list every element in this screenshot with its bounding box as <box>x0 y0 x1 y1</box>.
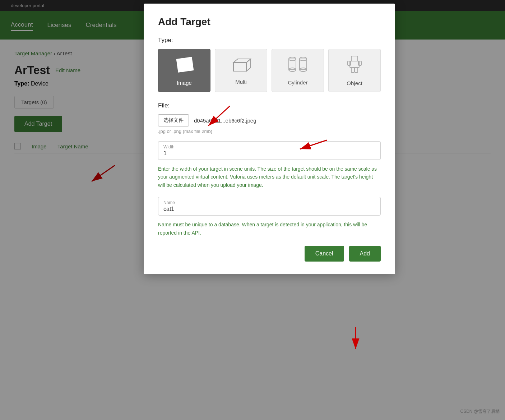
file-section-label: File: <box>158 102 381 109</box>
cylinder-type-icon <box>287 55 309 77</box>
type-section-label: Type: <box>158 37 381 44</box>
name-field-group: Name <box>158 197 381 216</box>
type-option-object[interactable]: Object <box>328 49 381 92</box>
width-description: Enter the width of your target in scene … <box>158 165 381 189</box>
image-type-icon <box>173 55 195 77</box>
file-section: File: 选择文件 d045a6b21...eb6c6f2.jpeg .jpg… <box>158 102 381 134</box>
modal-title: Add Target <box>158 16 381 28</box>
name-input[interactable] <box>163 206 375 212</box>
svg-rect-1 <box>233 63 246 71</box>
svg-marker-3 <box>246 59 251 71</box>
width-field-group: Width <box>158 141 381 160</box>
svg-rect-14 <box>351 68 354 73</box>
type-option-cylinder-label: Cylinder <box>288 79 307 86</box>
width-label: Width <box>163 144 375 149</box>
choose-file-button[interactable]: 选择文件 <box>158 114 189 126</box>
cancel-button[interactable]: Cancel <box>305 246 344 262</box>
name-label: Name <box>163 200 375 205</box>
svg-rect-15 <box>355 68 358 73</box>
type-option-multi-label: Multi <box>235 79 247 85</box>
file-name-display: d045a6b21...eb6c6f2.jpeg <box>194 117 256 124</box>
width-input[interactable] <box>163 150 375 157</box>
svg-rect-10 <box>351 56 358 61</box>
type-option-image[interactable]: Image <box>158 49 210 92</box>
object-type-icon <box>345 55 364 77</box>
type-option-image-label: Image <box>177 80 192 86</box>
type-option-multi[interactable]: Multi <box>215 49 267 92</box>
type-option-cylinder[interactable]: Cylinder <box>272 49 324 92</box>
multi-type-icon <box>231 56 251 76</box>
add-target-modal: Add Target Type: Image <box>144 4 395 274</box>
modal-footer: Cancel Add <box>158 246 381 262</box>
svg-rect-0 <box>176 57 194 73</box>
svg-rect-11 <box>350 61 359 68</box>
file-row: 选择文件 d045a6b21...eb6c6f2.jpeg <box>158 114 381 126</box>
type-option-object-label: Object <box>347 80 362 86</box>
file-hint: .jpg or .png (max file 2mb) <box>158 129 381 134</box>
type-options-group: Image Multi <box>158 49 381 92</box>
add-button[interactable]: Add <box>349 246 381 262</box>
name-hint: Name must be unique to a database. When … <box>158 221 381 237</box>
